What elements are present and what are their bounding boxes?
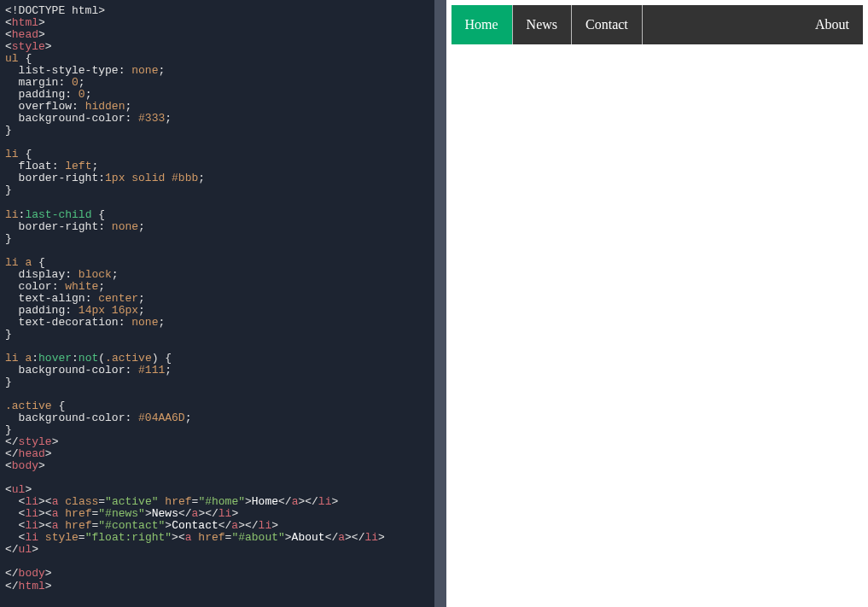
code-line[interactable]: </body> (5, 568, 426, 580)
code-line[interactable]: <body> (5, 460, 426, 472)
code-line[interactable] (5, 245, 426, 257)
nav-link-contact[interactable]: Contact (572, 5, 642, 44)
code-line[interactable]: } (5, 233, 426, 245)
code-line[interactable]: ul { (5, 53, 426, 65)
code-line[interactable]: background-color: #111; (5, 365, 426, 376)
code-line[interactable] (5, 556, 426, 568)
nav-item-about[interactable]: About (801, 5, 863, 44)
code-line[interactable]: background-color: #333; (5, 113, 426, 125)
code-line[interactable]: li:last-child { (5, 209, 426, 221)
pane-divider[interactable] (434, 0, 446, 607)
code-line[interactable]: <html> (5, 17, 426, 29)
code-line[interactable]: margin: 0; (5, 77, 426, 89)
nav-link-home[interactable]: Home (451, 5, 512, 44)
code-line[interactable]: overflow: hidden; (5, 101, 426, 113)
code-line[interactable]: padding: 0; (5, 89, 426, 101)
code-line[interactable]: } (5, 184, 426, 196)
code-line[interactable] (5, 472, 426, 484)
code-line[interactable]: </head> (5, 448, 426, 460)
code-line[interactable] (5, 341, 426, 353)
code-line[interactable]: } (5, 125, 426, 137)
code-line[interactable]: <ul> (5, 484, 426, 496)
code-line[interactable] (5, 137, 426, 149)
nav-link-news[interactable]: News (513, 5, 571, 44)
nav-item-news[interactable]: News (513, 5, 572, 44)
code-line[interactable]: </style> (5, 436, 426, 448)
code-line[interactable]: color: white; (5, 281, 426, 293)
nav-item-contact[interactable]: Contact (572, 5, 643, 44)
code-line[interactable]: } (5, 424, 426, 436)
code-line[interactable]: <li style="float:right"><a href="#about"… (5, 532, 426, 544)
code-line[interactable]: display: block; (5, 269, 426, 281)
code-line[interactable]: float: left; (5, 161, 426, 172)
code-line[interactable]: <style> (5, 41, 426, 53)
code-line[interactable]: list-style-type: none; (5, 65, 426, 77)
code-line[interactable] (5, 388, 426, 400)
nav-bar: Home News Contact About (451, 5, 864, 44)
code-line[interactable]: text-decoration: none; (5, 317, 426, 329)
code-editor-pane[interactable]: <!DOCTYPE html><html><head><style>ul { l… (0, 0, 434, 607)
code-line[interactable]: li { (5, 149, 426, 161)
code-line[interactable]: text-align: center; (5, 293, 426, 305)
code-line[interactable]: background-color: #04AA6D; (5, 412, 426, 424)
code-line[interactable]: } (5, 329, 426, 341)
code-line[interactable]: padding: 14px 16px; (5, 305, 426, 317)
code-line[interactable]: li a:hover:not(.active) { (5, 353, 426, 365)
code-line[interactable]: <!DOCTYPE html> (5, 5, 426, 17)
code-line[interactable] (5, 197, 426, 209)
code-line[interactable]: <head> (5, 29, 426, 41)
code-line[interactable]: border-right: none; (5, 221, 426, 233)
code-line[interactable]: </ul> (5, 544, 426, 556)
code-line[interactable]: <li><a href="#news">News</a></li> (5, 508, 426, 520)
nav-item-home[interactable]: Home (451, 5, 513, 44)
code-line[interactable]: </html> (5, 581, 426, 592)
code-line[interactable]: border-right:1px solid #bbb; (5, 172, 426, 184)
code-line[interactable]: <li><a href="#contact">Contact</a></li> (5, 520, 426, 532)
code-line[interactable]: li a { (5, 257, 426, 269)
code-line[interactable]: .active { (5, 400, 426, 412)
code-line[interactable]: <li><a class="active" href="#home">Home<… (5, 496, 426, 508)
preview-pane: Home News Contact About (446, 0, 869, 607)
nav-link-about[interactable]: About (801, 5, 863, 44)
code-line[interactable]: } (5, 376, 426, 388)
